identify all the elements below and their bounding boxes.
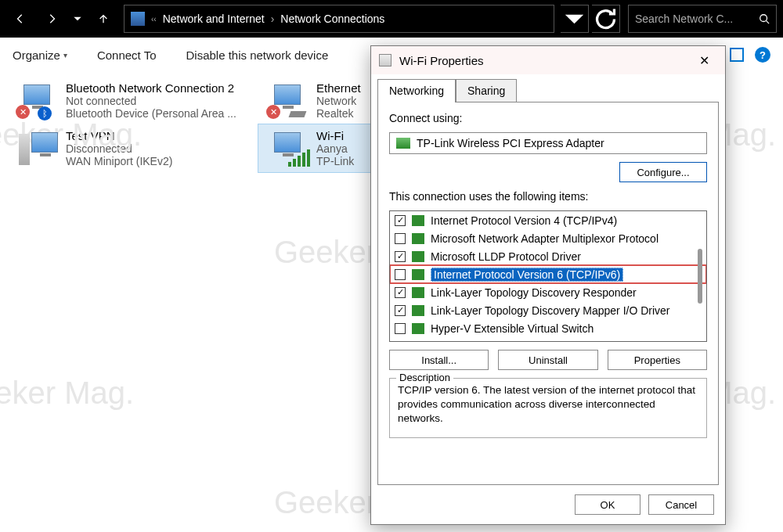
- item-lltd-mapper[interactable]: ✓ Link-Layer Topology Discovery Mapper I…: [390, 301, 706, 319]
- connection-icon: ✕: [266, 81, 309, 119]
- explorer-navbar: ‹‹ Network and Internet › Network Connec…: [0, 0, 783, 38]
- protocol-icon: [412, 251, 424, 262]
- address-dropdown[interactable]: [561, 5, 589, 33]
- close-button[interactable]: ✕: [691, 50, 717, 71]
- connect-to-button[interactable]: Connect To: [97, 49, 157, 62]
- protocol-icon: [412, 323, 424, 334]
- item-label: Link-Layer Topology Discovery Responder: [431, 286, 637, 299]
- item-label: Microsoft LLDP Protocol Driver: [431, 250, 581, 263]
- connection-status: Disconnected: [66, 142, 172, 155]
- address-bar[interactable]: ‹‹ Network and Internet › Network Connec…: [124, 5, 554, 33]
- connection-status: Aanya: [316, 142, 354, 155]
- history-dropdown[interactable]: [69, 5, 86, 33]
- search-placeholder: Search Network C...: [635, 13, 759, 25]
- breadcrumb-parent[interactable]: Network and Internet: [163, 13, 265, 25]
- watermark: Geeker Mag.: [0, 376, 134, 411]
- cancel-button[interactable]: Cancel: [648, 494, 714, 515]
- item-label: Hyper-V Extensible Virtual Switch: [431, 322, 594, 335]
- connection-name: Wi-Fi: [316, 129, 354, 142]
- connection-vpn[interactable]: Test VPN Disconnected WAN Miniport (IKEv…: [8, 124, 258, 172]
- connection-items-list[interactable]: ✓ Internet Protocol Version 4 (TCP/IPv4)…: [389, 210, 707, 342]
- breadcrumb-current[interactable]: Network Connections: [280, 13, 384, 25]
- properties-button[interactable]: Properties: [608, 350, 707, 370]
- help-icon[interactable]: ?: [755, 47, 770, 63]
- item-lltd-responder[interactable]: ✓ Link-Layer Topology Discovery Responde…: [390, 283, 706, 301]
- item-lldp[interactable]: ✓ Microsoft LLDP Protocol Driver: [390, 247, 706, 265]
- dialog-tabs: Networking Sharing: [371, 74, 725, 102]
- breadcrumb-sep-icon: ‹‹: [151, 15, 157, 23]
- folder-icon: [131, 12, 145, 26]
- svg-point-0: [760, 15, 767, 22]
- tab-networking[interactable]: Networking: [377, 79, 456, 102]
- checkbox[interactable]: [395, 233, 406, 244]
- view-toggle-icon[interactable]: [730, 48, 744, 62]
- protocol-icon: [412, 215, 424, 226]
- connection-name: Test VPN: [66, 129, 172, 142]
- protocol-icon: [412, 305, 424, 316]
- item-label: Internet Protocol Version 6 (TCP/IPv6): [431, 268, 623, 282]
- forward-button[interactable]: [38, 5, 66, 33]
- description-legend: Description: [396, 372, 453, 383]
- refresh-button[interactable]: [592, 5, 620, 33]
- description-group: Description TCP/IP version 6. The latest…: [389, 378, 707, 438]
- connection-status: Network: [316, 95, 361, 107]
- scrollbar[interactable]: [694, 211, 706, 341]
- item-multiplexor[interactable]: Microsoft Network Adapter Multiplexor Pr…: [390, 229, 706, 247]
- ok-button[interactable]: OK: [575, 494, 640, 515]
- adapter-field: TP-Link Wireless PCI Express Adapter: [389, 132, 707, 154]
- item-ipv4[interactable]: ✓ Internet Protocol Version 4 (TCP/IPv4): [390, 211, 706, 229]
- connection-name: Bluetooth Network Connection 2: [66, 81, 236, 95]
- chevron-down-icon: ▾: [63, 51, 67, 59]
- connection-status: Not connected: [66, 95, 236, 107]
- connection-device: TP-Link: [316, 155, 354, 167]
- tab-networking-body: Connect using: TP-Link Wireless PCI Expr…: [377, 102, 719, 485]
- protocol-icon: [412, 287, 424, 298]
- organize-menu[interactable]: Organize▾: [13, 49, 67, 62]
- configure-button[interactable]: Configure...: [619, 162, 707, 182]
- dialog-titlebar[interactable]: Wi-Fi Properties ✕: [371, 46, 725, 74]
- checkbox[interactable]: ✓: [395, 251, 406, 262]
- connection-device: Realtek: [316, 107, 361, 120]
- adapter-name: TP-Link Wireless PCI Express Adapter: [417, 137, 604, 149]
- tab-sharing[interactable]: Sharing: [456, 79, 517, 102]
- chevron-right-icon: ›: [271, 13, 275, 25]
- checkbox[interactable]: [395, 269, 406, 280]
- connection-icon: [266, 129, 309, 167]
- network-card-icon: [396, 138, 410, 149]
- connection-device: Bluetooth Device (Personal Area ...: [66, 107, 236, 120]
- description-text: TCP/IP version 6. The latest version of …: [398, 383, 698, 426]
- checkbox[interactable]: ✓: [395, 305, 406, 316]
- item-label: Microsoft Network Adapter Multiplexor Pr…: [431, 232, 659, 245]
- connection-name: Ethernet: [316, 81, 361, 95]
- checkbox[interactable]: [395, 323, 406, 334]
- connection-icon: ✕ᛒ: [16, 81, 58, 119]
- disable-device-button[interactable]: Disable this network device: [186, 49, 328, 62]
- checkbox[interactable]: ✓: [395, 215, 406, 226]
- connection-device: WAN Miniport (IKEv2): [66, 155, 172, 167]
- install-button[interactable]: Install...: [389, 350, 489, 370]
- connection-bluetooth[interactable]: ✕ᛒ Bluetooth Network Connection 2 Not co…: [8, 77, 258, 124]
- dialog-title: Wi-Fi Properties: [399, 54, 484, 67]
- item-hyper-v-switch[interactable]: Hyper-V Extensible Virtual Switch: [390, 319, 706, 337]
- protocol-icon: [412, 269, 424, 280]
- back-button[interactable]: [6, 5, 34, 33]
- wifi-properties-dialog: Wi-Fi Properties ✕ Networking Sharing Co…: [370, 45, 726, 525]
- protocol-icon: [412, 233, 424, 244]
- connect-using-label: Connect using:: [389, 112, 707, 124]
- adapter-icon: [379, 54, 392, 66]
- item-label: Internet Protocol Version 4 (TCP/IPv4): [431, 214, 617, 227]
- item-ipv6[interactable]: Internet Protocol Version 6 (TCP/IPv6): [390, 265, 706, 283]
- search-input[interactable]: Search Network C...: [628, 5, 777, 33]
- uninstall-button[interactable]: Uninstall: [498, 350, 597, 370]
- checkbox[interactable]: ✓: [395, 287, 406, 298]
- connection-icon: [16, 129, 58, 167]
- up-button[interactable]: [89, 5, 117, 33]
- items-label: This connection uses the following items…: [389, 190, 707, 203]
- search-icon: [759, 13, 770, 24]
- item-label: Link-Layer Topology Discovery Mapper I/O…: [431, 304, 670, 317]
